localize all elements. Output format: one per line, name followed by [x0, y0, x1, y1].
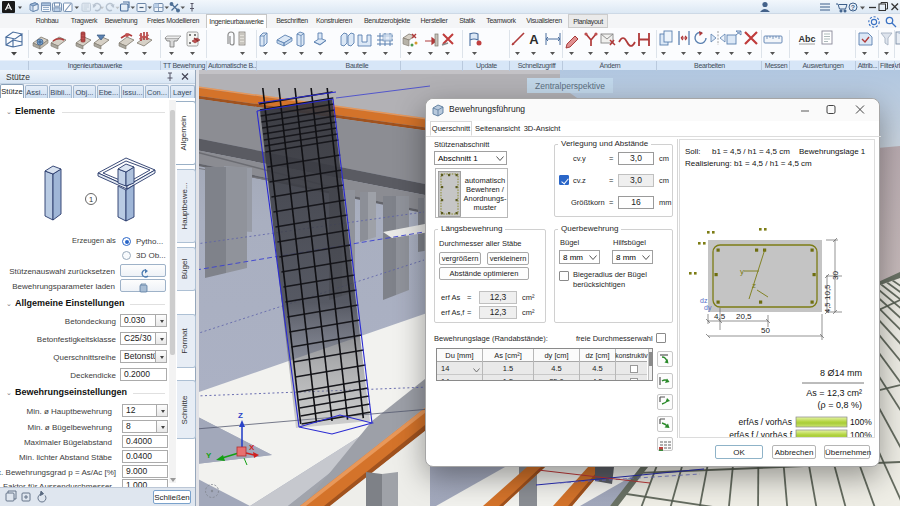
svg-text:30: 30	[831, 271, 840, 280]
svg-text:20,5: 20,5	[736, 312, 752, 321]
svg-text:Y: Y	[206, 451, 212, 460]
svg-text:100%: 100%	[850, 417, 872, 427]
svg-text:dy: dy	[704, 304, 712, 312]
svg-text:?: ?	[851, 4, 855, 11]
svg-text:4,5: 4,5	[823, 303, 832, 313]
svg-text:100%: 100%	[850, 430, 872, 438]
svg-text:50: 50	[761, 326, 770, 335]
svg-text:X: X	[249, 443, 255, 452]
svg-text:y: y	[740, 267, 744, 276]
svg-text:z: z	[752, 281, 756, 290]
svg-text:Z: Z	[238, 411, 243, 420]
svg-text:10,5: 10,5	[823, 284, 832, 300]
svg-text:1: 1	[89, 195, 93, 204]
svg-text:Zentralperspektive: Zentralperspektive	[535, 81, 605, 91]
svg-text:4,5: 4,5	[714, 312, 726, 321]
svg-text:A: A	[529, 32, 539, 47]
svg-text:(ρ = 0,8 %): (ρ = 0,8 %)	[818, 400, 862, 410]
svg-text:erfAs / vorhAs: erfAs / vorhAs	[739, 417, 792, 427]
svg-text:As = 12,3 cm²: As = 12,3 cm²	[806, 388, 862, 398]
svg-text:erfAs,f / vorhAs,f: erfAs,f / vorhAs,f	[729, 430, 792, 438]
svg-text:8 Ø14 mm: 8 Ø14 mm	[820, 368, 862, 378]
svg-text:Abc: Abc	[798, 34, 815, 44]
svg-text:dz: dz	[700, 297, 708, 304]
